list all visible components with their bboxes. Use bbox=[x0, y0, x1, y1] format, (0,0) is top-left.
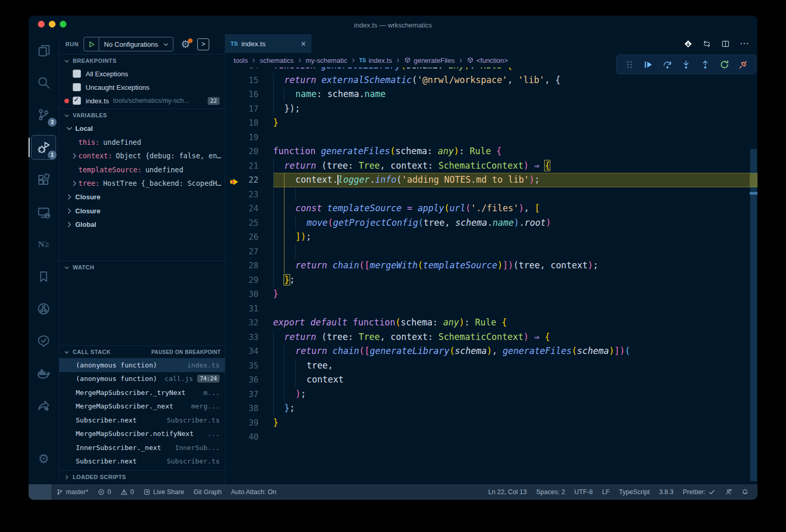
gutter[interactable]: 28 bbox=[225, 258, 273, 273]
status-errors[interactable]: 0 bbox=[93, 484, 116, 500]
breadcrumb-item[interactable]: generateFiles bbox=[404, 57, 455, 64]
variables-scope-closure[interactable]: Closure bbox=[59, 190, 225, 204]
minimize-window-button[interactable] bbox=[49, 21, 56, 28]
activity-item-bookmarks[interactable] bbox=[32, 265, 56, 289]
breadcrumb-item[interactable]: <function> bbox=[467, 57, 508, 64]
gutter[interactable]: 20 bbox=[225, 144, 273, 159]
variables-header[interactable]: VARIABLES bbox=[59, 109, 225, 121]
watch-header[interactable]: WATCH bbox=[59, 261, 225, 274]
gutter[interactable]: 40 bbox=[225, 430, 273, 444]
call-stack-frame[interactable]: MergeMapSubscriber._tryNextm... bbox=[59, 386, 225, 400]
variable-row[interactable]: this:undefined bbox=[59, 135, 225, 149]
gutter[interactable]: 15 bbox=[225, 73, 273, 88]
gutter[interactable]: 24 bbox=[225, 201, 273, 216]
gutter[interactable]: 34 bbox=[225, 344, 273, 359]
status-cursor-position[interactable]: Ln 22, Col 13 bbox=[483, 484, 531, 500]
variable-row[interactable]: context:Object {debug: false, en… bbox=[59, 149, 225, 163]
restart-button[interactable] bbox=[717, 57, 731, 72]
gutter[interactable]: 14 bbox=[225, 67, 273, 73]
activity-item-testing[interactable] bbox=[32, 329, 56, 353]
breakpoints-header[interactable]: BREAKPOINTS bbox=[59, 54, 225, 67]
status-language-mode[interactable]: TypeScript bbox=[614, 484, 654, 500]
breakpoint-row[interactable]: All Exceptions bbox=[59, 67, 225, 80]
call-stack-frame[interactable]: (anonymous function)index.ts bbox=[59, 358, 225, 372]
gutter[interactable]: 29 bbox=[225, 273, 273, 288]
status-encoding[interactable]: UTF-8 bbox=[570, 484, 597, 500]
gutter[interactable]: 27 bbox=[225, 244, 273, 259]
open-changes-icon[interactable] bbox=[684, 39, 693, 48]
editor-scrollbar[interactable] bbox=[750, 53, 757, 484]
breadcrumb-item[interactable]: tools bbox=[234, 57, 248, 64]
variable-row[interactable]: tree:HostTree {_backend: ScopedH… bbox=[59, 176, 225, 190]
gutter[interactable]: 38 bbox=[225, 401, 273, 416]
close-window-button[interactable] bbox=[38, 21, 45, 28]
breakpoint-checkbox[interactable] bbox=[73, 70, 81, 78]
call-stack-frame[interactable]: MergeMapSubscriber.notifyNext... bbox=[59, 427, 225, 441]
call-stack-frame[interactable]: (anonymous function)call.js74:24 bbox=[59, 372, 225, 386]
gutter[interactable]: 37 bbox=[225, 387, 273, 402]
call-stack-frame[interactable]: MergeMapSubscriber._nextmerg... bbox=[59, 400, 225, 414]
variables-scope-closure[interactable]: Closure bbox=[59, 204, 225, 218]
activity-item-live-share[interactable] bbox=[32, 393, 56, 417]
status-git-branch[interactable]: master* bbox=[51, 484, 93, 500]
maximize-window-button[interactable] bbox=[60, 21, 66, 28]
gutter[interactable]: 39 bbox=[225, 416, 273, 430]
gutter[interactable]: 26 bbox=[225, 230, 273, 244]
gutter[interactable]: 18 bbox=[225, 116, 273, 130]
step-into-button[interactable] bbox=[679, 57, 694, 72]
gutter[interactable]: 32 bbox=[225, 316, 273, 330]
breakpoint-checkbox[interactable] bbox=[73, 83, 81, 91]
gutter[interactable]: 36 bbox=[225, 373, 273, 387]
gutter[interactable]: 31 bbox=[225, 302, 273, 316]
activity-item-nx-console[interactable]: N≥ bbox=[32, 233, 56, 256]
activity-item-gitlens[interactable] bbox=[32, 297, 56, 321]
gutter[interactable]: 22 bbox=[225, 173, 273, 187]
breadcrumb-item[interactable]: my-schematic bbox=[306, 57, 347, 64]
call-stack-frame[interactable]: InnerSubscriber._nextInnerSub... bbox=[59, 441, 225, 455]
configure-gear-button[interactable]: ⚙ bbox=[181, 39, 190, 49]
status-auto-attach[interactable]: Auto Attach: On bbox=[226, 484, 281, 500]
call-stack-header[interactable]: CALL STACK PAUSED ON BREAKPOINT bbox=[59, 346, 225, 358]
activity-item-remote-explorer[interactable] bbox=[32, 200, 56, 224]
variables-scope-local[interactable]: Local bbox=[59, 121, 225, 135]
status-live-share[interactable]: Live Share bbox=[139, 484, 189, 500]
gutter[interactable]: 21 bbox=[225, 159, 273, 173]
breadcrumb-item[interactable]: TSindex.ts bbox=[359, 57, 392, 64]
step-over-button[interactable] bbox=[660, 57, 674, 72]
breakpoint-row[interactable]: Uncaught Exceptions bbox=[59, 80, 225, 94]
split-editor-icon[interactable] bbox=[721, 39, 730, 48]
variable-row[interactable]: templateSource:undefined bbox=[59, 163, 225, 177]
debug-console-button[interactable]: > bbox=[197, 38, 209, 50]
code-area[interactable]: 14function generateLibrary(schema: any):… bbox=[225, 67, 757, 484]
gutter[interactable]: 25 bbox=[225, 216, 273, 230]
status-eol[interactable]: LF bbox=[598, 484, 615, 500]
launch-configuration-dropdown[interactable]: No Configurations bbox=[84, 37, 173, 51]
variables-scope-global[interactable]: Global bbox=[59, 218, 225, 232]
call-stack-frame[interactable]: Subscriber.nextSubscriber.ts bbox=[59, 455, 225, 469]
compare-changes-icon[interactable] bbox=[702, 39, 711, 48]
status-warnings[interactable]: 0 bbox=[116, 484, 139, 500]
gutter[interactable]: 35 bbox=[225, 359, 273, 373]
start-debugging-button[interactable] bbox=[84, 37, 99, 51]
status-git-graph[interactable]: Git Graph bbox=[189, 484, 226, 500]
scrollbar-slider[interactable] bbox=[750, 149, 757, 481]
gutter[interactable]: 16 bbox=[225, 87, 273, 102]
tab-index-ts[interactable]: TS index.ts ✕ bbox=[225, 34, 311, 53]
status-ts-version[interactable]: 3.8.3 bbox=[654, 484, 678, 500]
status-notifications[interactable] bbox=[737, 484, 753, 500]
gutter[interactable]: 23 bbox=[225, 187, 273, 202]
step-out-button[interactable] bbox=[698, 57, 713, 72]
continue-button[interactable] bbox=[641, 57, 656, 72]
activity-item-source-control[interactable]: 3 bbox=[32, 103, 56, 127]
gutter[interactable]: 30 bbox=[225, 287, 273, 302]
breadcrumb-item[interactable]: schematics bbox=[260, 57, 293, 64]
disconnect-button[interactable] bbox=[736, 57, 751, 72]
status-prettier[interactable]: Prettier: bbox=[678, 484, 720, 500]
breakpoint-checkbox[interactable] bbox=[73, 97, 81, 105]
breakpoint-row[interactable]: index.tstools/schematics/my-sch...22 bbox=[59, 94, 225, 107]
call-stack-frame[interactable]: Subscriber.nextSubscriber.ts bbox=[59, 413, 225, 427]
activity-item-run-and-debug[interactable]: 1 bbox=[31, 135, 56, 160]
loaded-scripts-header[interactable]: LOADED SCRIPTS bbox=[59, 471, 225, 483]
gutter[interactable]: 17 bbox=[225, 102, 273, 116]
gutter[interactable]: 33 bbox=[225, 330, 273, 345]
